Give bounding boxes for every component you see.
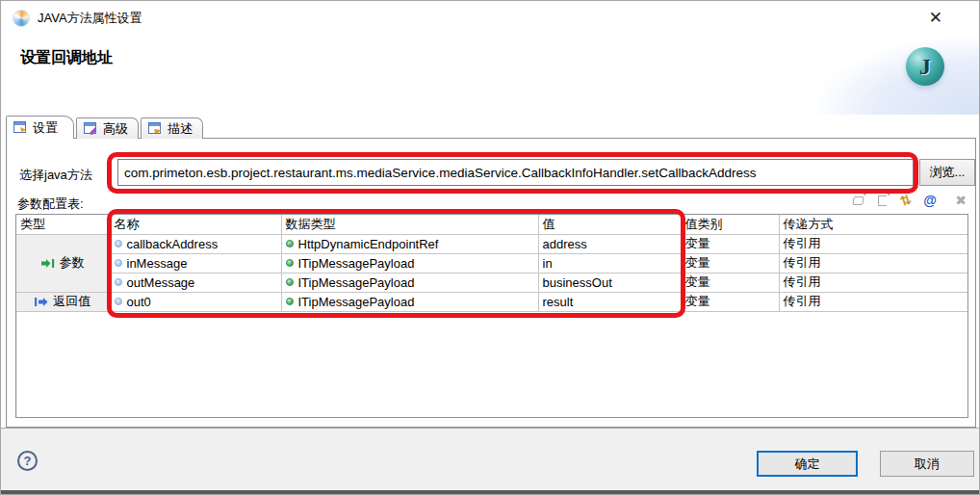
table-row[interactable]: outMessage ITipMessagePayload businessOu… (16, 273, 967, 292)
close-icon[interactable]: ✕ (929, 9, 942, 28)
settings-tab-icon (13, 121, 28, 134)
description-tab-icon (148, 122, 163, 135)
field-icon (115, 240, 122, 248)
cell-value[interactable]: in (538, 253, 681, 273)
java-logo-letter: J (919, 54, 931, 80)
param-in-icon (41, 259, 55, 268)
col-header-name: 名称 (110, 215, 281, 234)
table-header-row: 类型 名称 数据类型 值 值类别 传递方式 (16, 215, 967, 234)
param-table-label: 参数配置表: (17, 195, 84, 213)
param-table-toolbar: + + ⇅ @ ✖ (850, 193, 962, 208)
class-icon (286, 240, 294, 248)
param-table: 类型 名称 数据类型 值 值类别 传递方式 (15, 214, 968, 418)
class-icon (286, 298, 294, 305)
tab-advanced-label: 高级 (103, 120, 128, 138)
window-title: JAVA方法属性设置 (38, 10, 142, 27)
header-banner: 设置回调地址 J (1, 36, 979, 115)
cell-datatype[interactable]: HttpDynamicEndpointRef (281, 234, 538, 253)
java-sphere-logo: J (906, 47, 944, 86)
type-group-return: 返回值 (16, 292, 110, 311)
cell-pass[interactable]: 传引用 (779, 273, 967, 292)
tab-advanced[interactable]: 高级 (76, 117, 139, 139)
cell-name[interactable]: inMessage (110, 253, 281, 273)
ok-button[interactable]: 确定 (757, 451, 858, 477)
field-icon (115, 259, 122, 267)
help-icon[interactable]: ? (17, 451, 38, 471)
col-header-type: 类型 (16, 215, 110, 234)
cell-datatype[interactable]: ITipMessagePayload (281, 253, 538, 273)
field-icon (115, 278, 122, 286)
col-header-pass: 传递方式 (779, 215, 967, 234)
col-header-category: 值类别 (681, 215, 779, 234)
cell-value[interactable]: businessOut (538, 273, 681, 292)
titlebar: JAVA方法属性设置 ✕ (1, 1, 979, 36)
type-group-params: 参数 (16, 234, 110, 292)
java-method-input[interactable] (117, 159, 914, 186)
cell-category[interactable]: 变量 (681, 234, 779, 253)
page-title: 设置回调地址 (20, 48, 113, 68)
cell-datatype[interactable]: ITipMessagePayload (281, 273, 538, 292)
class-icon (286, 278, 294, 286)
tab-settings-label: 设置 (33, 119, 58, 137)
tab-description-label: 描述 (168, 120, 193, 138)
settings-panel: 选择java方法 浏览... 参数配置表: + + ⇅ @ ✖ (6, 138, 976, 428)
cell-category[interactable]: 变量 (681, 292, 779, 311)
cell-value[interactable]: result (538, 292, 681, 311)
cancel-button[interactable]: 取消 (880, 451, 974, 477)
java-method-label: 选择java方法 (19, 167, 92, 184)
table-row[interactable]: 参数 callbackAddress HttpDynamicEndpointRe… (16, 234, 967, 253)
class-icon (286, 259, 294, 267)
table-row[interactable]: 返回值 out0 ITipMessagePayload result 变量 传引… (16, 292, 967, 311)
add-input-param-icon[interactable]: + (850, 193, 865, 208)
field-icon (115, 298, 122, 305)
table-row[interactable]: inMessage ITipMessagePayload in 变量 传引用 (16, 253, 967, 273)
cell-name[interactable]: outMessage (110, 273, 281, 292)
cell-value[interactable]: address (538, 234, 681, 253)
reorder-params-icon[interactable]: ⇅ (898, 193, 914, 208)
cell-pass[interactable]: 传引用 (779, 234, 967, 253)
cell-pass[interactable]: 传引用 (779, 253, 967, 273)
primeton-logo-icon (13, 10, 30, 27)
mapping-at-icon[interactable]: @ (922, 193, 938, 208)
cell-pass[interactable]: 传引用 (779, 292, 967, 311)
advanced-tab-icon (84, 122, 98, 135)
col-header-value: 值 (538, 215, 681, 234)
tabstrip: 设置 高级 描述 (6, 116, 205, 139)
cell-category[interactable]: 变量 (681, 253, 779, 273)
cell-category[interactable]: 变量 (681, 273, 779, 292)
tab-description[interactable]: 描述 (141, 117, 203, 139)
col-header-datatype: 数据类型 (281, 215, 538, 234)
java-method-properties-dialog: JAVA方法属性设置 ✕ 设置回调地址 J 设置 高级 (0, 0, 980, 495)
cell-name[interactable]: out0 (110, 292, 281, 311)
tab-settings[interactable]: 设置 (6, 116, 74, 139)
delete-param-icon[interactable]: ✖ (946, 193, 962, 208)
browse-button[interactable]: 浏览... (919, 159, 975, 186)
add-output-param-icon[interactable]: + (874, 193, 890, 208)
window-bottom-edge (1, 490, 979, 495)
cell-name[interactable]: callbackAddress (110, 234, 281, 253)
button-bar: ? 确定 取消 (1, 428, 979, 490)
return-value-icon (35, 298, 48, 306)
cell-datatype[interactable]: ITipMessagePayload (281, 292, 538, 311)
